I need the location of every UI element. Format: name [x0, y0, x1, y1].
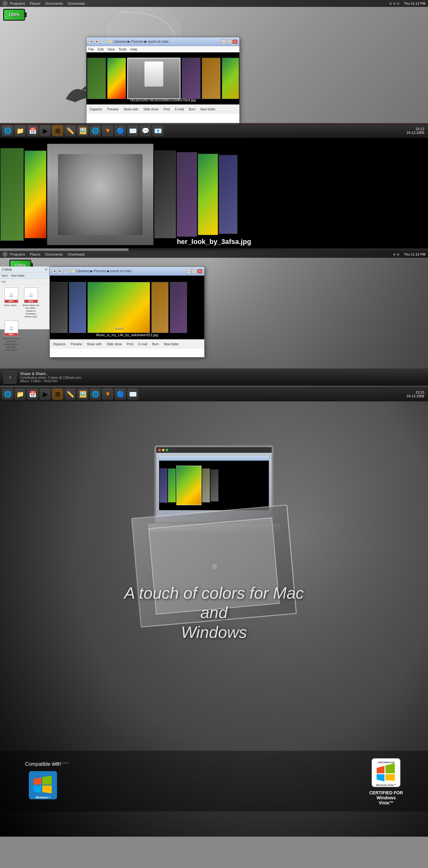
- refresh-btn-2[interactable]: ↺: [64, 269, 68, 274]
- toolbar-burn[interactable]: Burn: [188, 107, 197, 112]
- viewer-thumb-active[interactable]: [47, 144, 154, 245]
- toolbar-preview[interactable]: Preview: [106, 107, 120, 112]
- s3-thumb-active[interactable]: music: [88, 282, 150, 333]
- thumb-5[interactable]: [202, 58, 221, 99]
- explorer-window-2[interactable]: ◀ ▶ ↺ 📁 Libraries ▶ Pictures ▶ touch of …: [50, 267, 205, 358]
- toolbar2-preview[interactable]: Preview: [70, 342, 84, 346]
- back-btn[interactable]: ◀: [89, 39, 93, 44]
- taskbar-icon-extra[interactable]: 📧: [152, 125, 164, 136]
- toolbar2-slideshow[interactable]: Slide show: [105, 342, 123, 346]
- nav2-documents[interactable]: Documents: [45, 252, 63, 256]
- mp3-file-3[interactable]: ♫ MP3 Give Me Some Sunshine - Suraj Jaga…: [2, 320, 20, 351]
- viewer-thumb-4[interactable]: [177, 152, 197, 237]
- taskbar-clock-1: 23:12 24-12-2009: [407, 127, 427, 134]
- toolbar-print[interactable]: Print: [162, 107, 171, 112]
- new-folder-btn[interactable]: New folder: [11, 274, 25, 277]
- nav-downloads[interactable]: Downloads: [68, 2, 85, 5]
- minimize-btn-2[interactable]: —: [186, 269, 191, 274]
- toolbar2-newfolder[interactable]: New folder: [163, 342, 180, 346]
- taskbar2-windows[interactable]: ⊞: [52, 389, 63, 400]
- taskbar2-vlc[interactable]: ▼: [102, 389, 113, 400]
- taskbar-icon-vlc[interactable]: ▼: [102, 125, 113, 136]
- nav-documents[interactable]: Documents: [45, 2, 63, 5]
- close-btn[interactable]: ✕: [232, 39, 237, 44]
- nav2-downloads[interactable]: Downloads: [68, 252, 85, 256]
- toolbar2-burn[interactable]: Burn: [151, 342, 160, 346]
- taskbar2-ie[interactable]: 🔵: [115, 389, 126, 400]
- taskbar2-image[interactable]: 🖼️: [77, 389, 88, 400]
- mp3-file-1[interactable]: ♫ MP3 Sonu nand...: [2, 287, 20, 318]
- taskbar2-folder[interactable]: 📁: [14, 389, 26, 400]
- menu-help[interactable]: Help: [130, 48, 137, 51]
- back-btn-2[interactable]: ◀: [52, 269, 56, 274]
- menu-file[interactable]: File: [88, 48, 94, 51]
- fwd-btn-2[interactable]: ▶: [58, 269, 62, 274]
- taskbar-icon-calendar[interactable]: 📅: [27, 125, 38, 136]
- library-refresh-btn[interactable]: ↺: [45, 268, 47, 271]
- viewer-thumb-6[interactable]: [219, 155, 237, 234]
- viewer-scrollbar[interactable]: [0, 248, 428, 251]
- burn-btn[interactable]: Burn: [2, 274, 8, 277]
- taskbar-icon-mail[interactable]: ✉️: [127, 125, 138, 136]
- taskbar-icon-ie[interactable]: 🔵: [115, 125, 126, 136]
- menu-view[interactable]: View: [107, 48, 115, 51]
- system-menu-icon-2[interactable]: [2, 252, 7, 257]
- close-btn-2[interactable]: ✕: [197, 269, 202, 274]
- maximize-btn[interactable]: □: [227, 39, 232, 44]
- minimize-btn[interactable]: —: [221, 39, 226, 44]
- taskbar-icon-image[interactable]: 🖼️: [77, 125, 88, 136]
- explorer-window-1[interactable]: ◀ ▶ ↺ 📁 Libraries ▶ Pictures ▶ touch of …: [86, 37, 240, 125]
- toolbar2-email[interactable]: E-mail: [137, 342, 148, 346]
- viewer-thumb-5[interactable]: [198, 154, 218, 235]
- promo-section: ◎ Give Some A touch of colors for Mac an…: [0, 401, 428, 837]
- clock-time-2: 23:15: [407, 391, 424, 394]
- toolbar-share[interactable]: Share with: [122, 107, 139, 112]
- thumb-6[interactable]: [222, 58, 239, 99]
- music-note-icon-3: ♫: [9, 325, 13, 332]
- taskbar-icon-chrome[interactable]: 🌐: [90, 125, 101, 136]
- taskbar2-media[interactable]: ▶: [39, 389, 51, 400]
- s3-thumb-4[interactable]: [170, 282, 187, 333]
- mp3-file-2[interactable]: ♫ MP3 Behti Hawa Sa Tha Woh - Shaan & Sh…: [22, 287, 39, 318]
- nav2-programs[interactable]: Programs: [10, 252, 25, 256]
- fwd-btn[interactable]: ▶: [95, 39, 99, 44]
- toolbar-organize[interactable]: Organize: [88, 107, 104, 112]
- thumb-3[interactable]: [127, 58, 180, 99]
- viewer-thumb-1[interactable]: [0, 148, 24, 241]
- s3-thumb-3[interactable]: [151, 282, 169, 333]
- toolbar2-share[interactable]: Share with: [86, 342, 103, 346]
- taskbar-icon-folder[interactable]: 📁: [14, 125, 26, 136]
- menu-edit[interactable]: Edit: [98, 48, 104, 51]
- thumb-2[interactable]: [107, 58, 126, 99]
- promo-text-area: A touch of colors for Mac and Windows: [124, 583, 304, 642]
- taskbar-icon-pencil[interactable]: ✏️: [65, 125, 76, 136]
- maximize-btn-2[interactable]: □: [192, 269, 197, 274]
- taskbar-icon-windows[interactable]: ⊞: [52, 125, 63, 136]
- taskbar2-chrome[interactable]: 🌐: [90, 389, 101, 400]
- thumb-4[interactable]: [182, 58, 200, 99]
- viewer-thumb-3[interactable]: [154, 151, 176, 239]
- nav2-places[interactable]: Places: [30, 252, 40, 256]
- s3-thumb-1[interactable]: [51, 282, 68, 333]
- nav-programs[interactable]: Programs: [10, 2, 25, 5]
- toolbar2-organize[interactable]: Organize: [52, 342, 67, 346]
- taskbar2-calendar[interactable]: 📅: [27, 389, 38, 400]
- toolbar2-print[interactable]: Print: [126, 342, 135, 346]
- taskbar2-globe[interactable]: 🌐: [2, 389, 13, 400]
- toolbar-newfolder[interactable]: New folder: [199, 107, 217, 112]
- taskbar-icon-msg[interactable]: 💬: [140, 125, 151, 136]
- taskbar2-mail[interactable]: ✉️: [127, 389, 138, 400]
- toolbar-slideshow[interactable]: Slide show: [142, 107, 160, 112]
- taskbar-icon-globe[interactable]: 🌐: [2, 125, 13, 136]
- refresh-btn[interactable]: ↺: [101, 39, 106, 44]
- nav-places[interactable]: Places: [30, 2, 40, 5]
- s3-thumb-2[interactable]: [69, 282, 86, 333]
- taskbar-icon-media[interactable]: ▶: [39, 125, 51, 136]
- system-menu-icon[interactable]: [2, 1, 7, 6]
- toolbar-email[interactable]: E-mail: [173, 107, 185, 112]
- menu-tools[interactable]: Tools: [119, 48, 127, 51]
- mp3-name-2: Behti Hawa Sa Tha Woh - Shaan & Shantanu…: [22, 304, 39, 318]
- viewer-thumb-2[interactable]: [25, 151, 46, 239]
- thumb-1[interactable]: [87, 58, 106, 99]
- taskbar2-pencil[interactable]: ✏️: [65, 389, 76, 400]
